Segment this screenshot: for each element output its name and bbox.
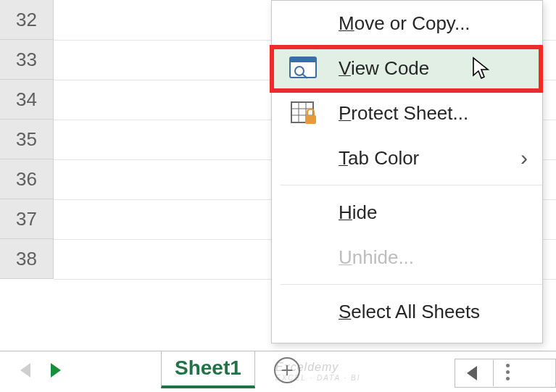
triangle-left-icon xyxy=(467,366,477,380)
menu-label: Tab Color xyxy=(339,147,419,170)
protect-sheet-icon xyxy=(289,99,317,127)
menu-move-or-copy[interactable]: Move or Copy... xyxy=(272,1,542,46)
svg-rect-1 xyxy=(290,57,316,62)
row-head-38[interactable]: 38 xyxy=(0,239,54,279)
row-head-33[interactable]: 33 xyxy=(0,40,54,80)
menu-label: Unhide... xyxy=(339,246,414,269)
row-head-37[interactable]: 37 xyxy=(0,199,54,239)
hscroll-left-control[interactable] xyxy=(455,359,556,388)
svg-rect-9 xyxy=(305,115,316,124)
row-headers: 32 33 34 35 36 37 38 xyxy=(0,0,54,279)
menu-label: Protect Sheet... xyxy=(339,102,468,125)
menu-tab-color[interactable]: Tab Color › xyxy=(272,135,542,180)
menu-divider xyxy=(281,284,542,285)
row-head-34[interactable]: 34 xyxy=(0,80,54,120)
menu-label: View Code xyxy=(339,57,429,80)
sheet-tab-sheet1[interactable]: Sheet1 xyxy=(161,351,255,388)
menu-hide[interactable]: Hide xyxy=(272,190,542,235)
menu-label: Move or Copy... xyxy=(339,12,470,35)
watermark: Exceldemy EXCEL · DATA · BI xyxy=(275,361,361,382)
menu-label: Hide xyxy=(339,201,377,224)
menu-label: Select All Sheets xyxy=(339,301,480,323)
watermark-tag: EXCEL · DATA · BI xyxy=(275,374,361,382)
sheet-nav-prev-icon[interactable] xyxy=(20,363,30,378)
submenu-arrow-icon: › xyxy=(520,146,528,170)
menu-select-all-sheets[interactable]: Select All Sheets xyxy=(272,289,542,334)
menu-protect-sheet[interactable]: Protect Sheet... xyxy=(272,91,542,135)
row-head-35[interactable]: 35 xyxy=(0,120,54,159)
row-head-36[interactable]: 36 xyxy=(0,159,54,199)
menu-divider xyxy=(281,185,542,185)
sheet-context-menu: Move or Copy... View Code Protect Sheet.… xyxy=(271,0,543,343)
sheet-nav-next-icon[interactable] xyxy=(51,363,61,378)
menu-unhide: Unhide... xyxy=(272,235,542,280)
watermark-brand: Exceldemy xyxy=(275,361,339,373)
row-head-32[interactable]: 32 xyxy=(0,0,54,40)
sheet-nav-arrows xyxy=(0,363,81,378)
view-code-icon xyxy=(289,54,317,82)
menu-view-code[interactable]: View Code xyxy=(272,46,542,91)
separator xyxy=(493,360,494,386)
